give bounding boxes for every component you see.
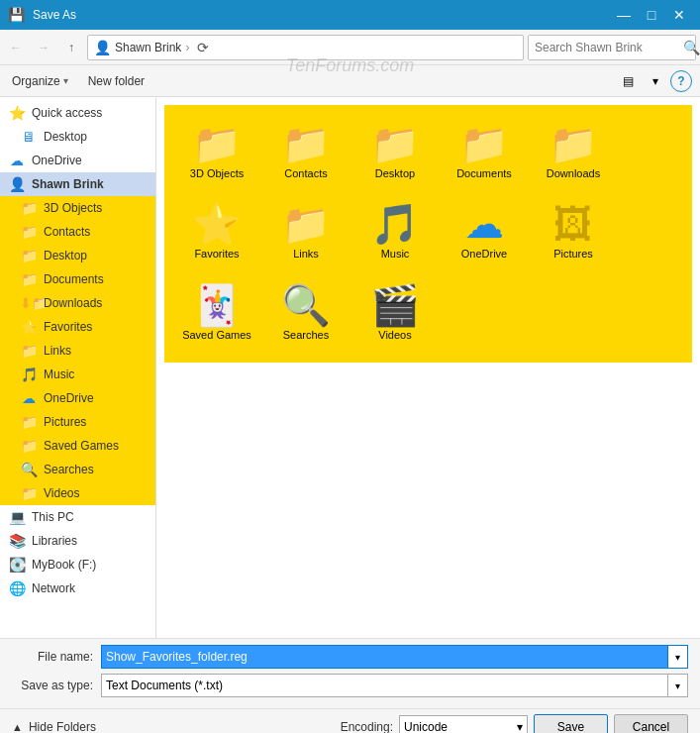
folder-icon: 📁 [20, 485, 38, 501]
file-item-3d-objects[interactable]: 📁 3D Objects [176, 117, 257, 189]
sidebar-item-onedrive[interactable]: ☁ OneDrive [0, 149, 155, 172]
sidebar-item-libraries[interactable]: 📚 Libraries [0, 529, 155, 553]
sidebar-item-favorites[interactable]: ⭐ Favorites [0, 315, 155, 339]
sidebar: ⭐ Quick access 🖥 Desktop ☁ OneDrive 👤 Sh… [0, 97, 156, 638]
help-button[interactable]: ? [670, 70, 692, 92]
sidebar-item-documents[interactable]: 📁 Documents [0, 267, 155, 291]
saved-games-icon: 🃏 [192, 285, 242, 325]
file-item-music[interactable]: 🎵 Music [354, 197, 436, 269]
sidebar-item-network[interactable]: 🌐 Network [0, 576, 155, 600]
close-button[interactable]: ✕ [666, 5, 692, 25]
encoding-label: Encoding: [341, 720, 393, 733]
view-dropdown-button[interactable]: ▾ [643, 70, 668, 92]
file-item-desktop[interactable]: 📁 Desktop [354, 117, 436, 189]
favorites-icon: ⭐ [20, 319, 38, 335]
refresh-button[interactable]: ⟳ [193, 40, 213, 55]
saveastype-row: Save as type: Text Documents (*.txt) ▾ [12, 674, 688, 697]
onedrive-icon: ☁ [20, 390, 38, 406]
file-item-links[interactable]: 📁 Links [265, 197, 347, 269]
saveastype-dropdown[interactable]: Text Documents (*.txt) [101, 674, 668, 697]
folder-icon: 📁 [281, 124, 331, 163]
sidebar-item-shawn-brink[interactable]: 👤 Shawn Brink [0, 172, 155, 196]
address-arrow: › [185, 41, 189, 54]
sidebar-item-music[interactable]: 🎵 Music [0, 363, 155, 386]
save-button[interactable]: Save [534, 714, 608, 733]
libraries-icon: 📚 [8, 533, 26, 549]
file-item-onedrive[interactable]: ☁ OneDrive [444, 197, 525, 269]
sidebar-item-contacts[interactable]: 📁 Contacts [0, 220, 155, 244]
sidebar-item-3d-objects[interactable]: 📁 3D Objects [0, 196, 155, 220]
encoding-dropdown[interactable]: Unicode ▾ [399, 715, 528, 733]
up-button[interactable]: ↑ [59, 36, 83, 59]
downloads-folder-icon: 📁 [549, 124, 598, 163]
filename-label: File name: [12, 650, 101, 664]
bottom-bar: File name: ▾ Save as type: Text Document… [0, 638, 700, 708]
save-icon: 💾 [8, 7, 25, 23]
search-box[interactable]: 🔍 [528, 35, 696, 60]
file-item-downloads[interactable]: 📁 Downloads [533, 117, 614, 189]
downloads-icon: ⬇📁 [20, 295, 38, 311]
file-label: Documents [456, 167, 512, 180]
file-item-contacts[interactable]: 📁 Contacts [265, 117, 347, 189]
filename-input[interactable] [101, 645, 668, 669]
organize-dropdown-icon: ▾ [63, 75, 68, 86]
sidebar-item-searches[interactable]: 🔍 Searches [0, 458, 155, 481]
sidebar-item-links[interactable]: 📁 Links [0, 339, 155, 363]
new-folder-button[interactable]: New folder [84, 70, 149, 92]
hide-folders-button[interactable]: ▲ Hide Folders [12, 713, 96, 733]
address-bar[interactable]: 👤 Shawn Brink › ⟳ [87, 35, 524, 60]
sidebar-item-videos[interactable]: 📁 Videos [0, 481, 155, 505]
sidebar-item-saved-games[interactable]: 📁 Saved Games [0, 434, 155, 458]
organize-button[interactable]: Organize ▾ [8, 70, 72, 92]
file-item-saved-games[interactable]: 🃏 Saved Games [176, 278, 257, 351]
sidebar-label: Downloads [44, 296, 102, 310]
saveastype-value: Text Documents (*.txt) [106, 679, 223, 692]
sidebar-item-onedrive2[interactable]: ☁ OneDrive [0, 386, 155, 410]
search-icon: 🔍 [683, 40, 700, 55]
file-item-videos[interactable]: 🎬 Videos [354, 278, 436, 351]
forward-button[interactable]: → [32, 36, 55, 59]
sidebar-item-mybook[interactable]: 💽 MyBook (F:) [0, 553, 155, 576]
network-icon: 🌐 [8, 580, 26, 596]
sidebar-item-desktop[interactable]: 🖥 Desktop [0, 125, 155, 149]
file-item-pictures[interactable]: 🖼 Pictures [533, 197, 614, 269]
sidebar-label: MyBook (F:) [32, 558, 96, 572]
file-label: Searches [283, 329, 329, 342]
saveastype-dropdown-button[interactable]: ▾ [668, 674, 688, 697]
filename-dropdown-button[interactable]: ▾ [668, 645, 688, 669]
sidebar-item-downloads[interactable]: ⬇📁 Downloads [0, 291, 155, 315]
file-item-documents[interactable]: 📁 Documents [444, 117, 525, 189]
cancel-button[interactable]: Cancel [614, 714, 688, 733]
file-label: Favorites [194, 248, 239, 261]
sidebar-label: Music [44, 367, 74, 381]
file-label: OneDrive [461, 248, 507, 261]
sidebar-item-this-pc[interactable]: 💻 This PC [0, 505, 155, 529]
file-label: Pictures [553, 248, 593, 261]
sidebar-label: Network [32, 581, 75, 595]
saveastype-label: Save as type: [12, 679, 101, 692]
sidebar-item-pictures[interactable]: 📁 Pictures [0, 410, 155, 434]
view-mode-button[interactable]: ▤ [615, 70, 641, 92]
desktop-icon: 🖥 [20, 129, 38, 145]
back-button[interactable]: ← [4, 36, 28, 59]
sidebar-item-desktop2[interactable]: 📁 Desktop [0, 244, 155, 267]
maximize-button[interactable]: □ [639, 5, 664, 25]
sidebar-label: Desktop [44, 249, 87, 262]
minimize-button[interactable]: — [611, 5, 637, 25]
sidebar-label: OneDrive [44, 391, 94, 405]
view-controls: ▤ ▾ ? [615, 70, 692, 92]
sidebar-item-quick-access[interactable]: ⭐ Quick access [0, 101, 155, 125]
sidebar-label: This PC [32, 510, 74, 524]
file-item-favorites[interactable]: ⭐ Favorites [176, 197, 257, 269]
main-area: ⭐ Quick access 🖥 Desktop ☁ OneDrive 👤 Sh… [0, 97, 700, 638]
encoding-value: Unicode [404, 720, 448, 733]
file-label: 3D Objects [190, 167, 244, 180]
file-item-searches[interactable]: 🔍 Searches [265, 278, 347, 351]
sidebar-label: Favorites [44, 320, 92, 334]
music-icon: 🎵 [20, 366, 38, 382]
music-folder-icon: 🎵 [370, 204, 420, 244]
sidebar-label: Contacts [44, 225, 90, 239]
search-input[interactable] [535, 41, 683, 54]
folder-icon: 📁 [370, 124, 420, 163]
file-label: Saved Games [182, 329, 251, 342]
